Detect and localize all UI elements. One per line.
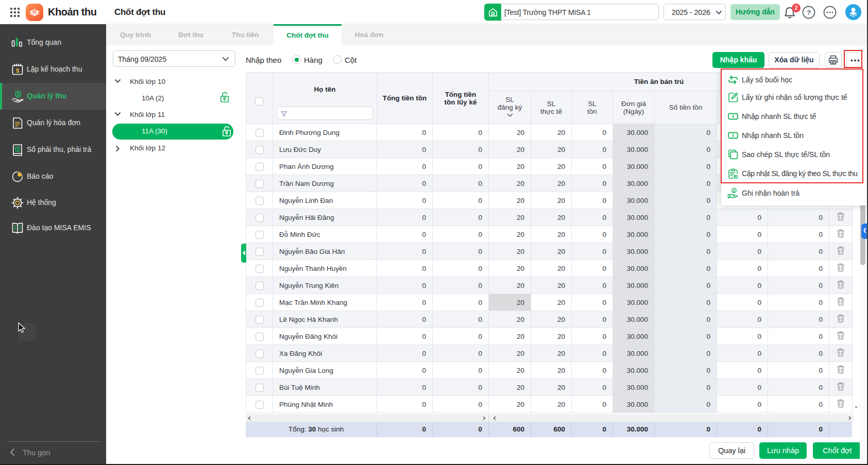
- svg-text:$: $: [16, 67, 19, 74]
- svg-text:?: ?: [807, 9, 811, 16]
- svg-text:$: $: [17, 92, 20, 97]
- svg-text:$: $: [16, 147, 19, 152]
- svg-text:$: $: [733, 189, 735, 193]
